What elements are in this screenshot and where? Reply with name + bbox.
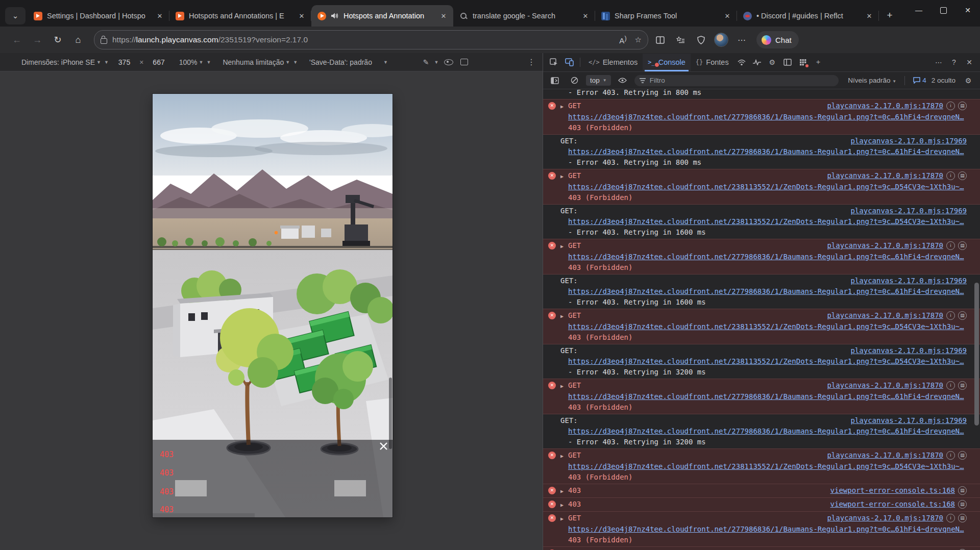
screenshot-icon[interactable] xyxy=(460,59,468,65)
request-url-link[interactable]: https://d3eo4j87nz4tee.cloudfront.net/27… xyxy=(568,147,964,156)
expand-triangle-icon[interactable]: ▶ xyxy=(560,381,568,391)
more-tabs-icon[interactable] xyxy=(796,56,810,69)
layout-panel-icon[interactable] xyxy=(781,56,794,69)
request-url-link[interactable]: https://d3eo4j87nz4tee.cloudfront.net/23… xyxy=(568,322,964,331)
issue-info-icon[interactable]: i xyxy=(946,102,955,110)
issue-badge-icon[interactable]: ▤ xyxy=(958,451,967,460)
window-close-button[interactable]: ✕ xyxy=(955,0,980,20)
read-aloud-icon[interactable]: A) xyxy=(619,35,626,45)
console-error-message[interactable]: ✕▶GETplaycanvas-2.17.0.mjs:17870i▤https:… xyxy=(543,511,980,547)
source-link[interactable]: playcanvas-2.17.0.mjs:17870 xyxy=(827,310,943,321)
console-error-message[interactable]: ✕▶403viewport-error-console.ts:168▤ xyxy=(543,546,980,550)
issue-badge-icon[interactable]: ▤ xyxy=(958,486,967,495)
issue-badge-icon[interactable]: ▤ xyxy=(958,514,967,522)
devtools-close-icon[interactable]: ✕ xyxy=(963,56,976,69)
expand-triangle-icon[interactable]: ▶ xyxy=(560,513,568,524)
console-error-message[interactable]: ✕▶GETplaycanvas-2.17.0.mjs:17870i▤https:… xyxy=(543,99,980,135)
home-icon[interactable]: ⌂ xyxy=(69,31,87,48)
expand-triangle-icon[interactable]: ▶ xyxy=(560,486,568,496)
scrollbar-thumb[interactable] xyxy=(974,283,979,426)
expand-triangle-icon[interactable]: ▶ xyxy=(560,171,568,182)
issue-info-icon[interactable]: i xyxy=(946,514,955,522)
request-url-link[interactable]: https://d3eo4j87nz4tee.cloudfront.net/27… xyxy=(568,253,964,261)
new-tab-button[interactable]: + xyxy=(881,7,898,24)
add-panel-icon[interactable]: ＋ xyxy=(812,56,825,69)
console-error-message[interactable]: ✕▶GETplaycanvas-2.17.0.mjs:17870i▤https:… xyxy=(543,169,980,205)
tab-sources[interactable]: {} Fontes xyxy=(691,54,734,71)
console-log-message[interactable]: GET:playcanvas-2.17.0.mjs:17969https://d… xyxy=(543,344,980,379)
console-error-message[interactable]: ✕▶GETplaycanvas-2.17.0.mjs:17870i▤https:… xyxy=(543,448,980,484)
expand-triangle-icon[interactable]: ▶ xyxy=(560,311,568,321)
source-link[interactable]: viewport-error-console.ts:168 xyxy=(830,548,955,550)
request-url-link[interactable]: https://d3eo4j87nz4tee.cloudfront.net/23… xyxy=(568,462,964,470)
device-width-input[interactable]: 375 xyxy=(118,58,130,66)
console-error-message[interactable]: ✕▶403viewport-error-console.ts:168▤ xyxy=(543,497,980,512)
request-url-link[interactable]: https://d3eo4j87nz4tee.cloudfront.net/23… xyxy=(568,357,964,365)
source-link[interactable]: viewport-error-console.ts:168 xyxy=(830,499,955,510)
console-log-message[interactable]: GET:playcanvas-2.17.0.mjs:17969https://d… xyxy=(543,135,980,169)
source-link[interactable]: playcanvas-2.17.0.mjs:17969 xyxy=(850,276,967,286)
issue-info-icon[interactable]: i xyxy=(946,451,955,460)
more-menu-icon[interactable]: ⋯ xyxy=(733,31,750,48)
source-link[interactable]: playcanvas-2.17.0.mjs:17969 xyxy=(850,206,967,216)
console-message-clipped[interactable]: - Error 403. Retrying in 800 ms xyxy=(543,89,980,99)
expand-triangle-icon[interactable]: ▶ xyxy=(560,241,568,252)
request-url-link[interactable]: https://d3eo4j87nz4tee.cloudfront.net/27… xyxy=(568,525,964,533)
log-levels-select[interactable]: Níveis padrão ▼ xyxy=(848,77,896,84)
eye-icon[interactable] xyxy=(444,59,453,65)
issue-badge-icon[interactable]: ▤ xyxy=(958,500,967,509)
console-log-message[interactable]: GET:playcanvas-2.17.0.mjs:17969https://d… xyxy=(543,205,980,239)
issue-info-icon[interactable]: i xyxy=(946,381,955,390)
url-input[interactable]: https://launch.playcanvas.com/2351519?ve… xyxy=(94,30,648,49)
collections-icon[interactable] xyxy=(672,31,689,48)
expand-triangle-icon[interactable]: ▶ xyxy=(560,499,568,510)
request-url-link[interactable]: https://d3eo4j87nz4tee.cloudfront.net/27… xyxy=(568,113,964,121)
device-toolbar-toggle-icon[interactable] xyxy=(562,56,576,69)
tab-audio-icon[interactable] xyxy=(331,12,339,19)
forward-icon[interactable]: → xyxy=(29,31,46,48)
console-scrollbar[interactable] xyxy=(974,89,979,550)
tab-sharp-frames[interactable]: Sharp Frames Tool ✕ xyxy=(595,5,737,27)
console-error-message[interactable]: ✕▶GETplaycanvas-2.17.0.mjs:17870i▤https:… xyxy=(543,239,980,274)
tab-close-icon[interactable]: ✕ xyxy=(154,10,165,21)
avatar[interactable] xyxy=(713,31,730,48)
console-error-message[interactable]: ✕▶GETplaycanvas-2.17.0.mjs:17870i▤https:… xyxy=(543,379,980,414)
tab-elements[interactable]: </> Elementos xyxy=(583,54,643,71)
devtools-more-icon[interactable]: ⋯ xyxy=(932,56,945,69)
kebab-menu-icon[interactable]: ⋮ xyxy=(527,57,535,67)
refresh-icon[interactable]: ↻ xyxy=(49,31,66,48)
tab-search-button[interactable]: ⌄ xyxy=(5,7,26,24)
zoom-select[interactable]: 100% xyxy=(179,58,198,66)
source-link[interactable]: playcanvas-2.17.0.mjs:17870 xyxy=(827,380,943,391)
lock-icon[interactable] xyxy=(101,38,107,44)
source-link[interactable]: playcanvas-2.17.0.mjs:17870 xyxy=(827,450,943,461)
minimize-button[interactable]: — xyxy=(906,0,931,20)
tab-close-icon[interactable]: ✕ xyxy=(580,10,591,21)
copilot-chat-button[interactable]: Chat xyxy=(756,31,799,48)
expand-triangle-icon[interactable]: ▶ xyxy=(560,451,568,461)
messages-count[interactable]: 4 xyxy=(913,77,926,84)
issue-badge-icon[interactable]: ▤ xyxy=(958,241,967,250)
issue-info-icon[interactable]: i xyxy=(946,171,955,180)
tab-close-icon[interactable]: ✕ xyxy=(438,10,449,21)
console-sidebar-toggle-icon[interactable] xyxy=(548,74,561,87)
back-icon[interactable]: ← xyxy=(8,31,26,48)
network-icon[interactable] xyxy=(735,56,748,69)
tab-discord[interactable]: • Discord | #guides | Reflct ✕ xyxy=(737,5,879,27)
tab-translate-search[interactable]: translate google - Search ✕ xyxy=(453,5,595,27)
request-url-link[interactable]: https://d3eo4j87nz4tee.cloudfront.net/27… xyxy=(568,392,964,401)
request-url-link[interactable]: https://d3eo4j87nz4tee.cloudfront.net/27… xyxy=(568,287,964,295)
page-vertical-scrollbar[interactable] xyxy=(389,378,392,449)
shield-icon[interactable] xyxy=(692,31,709,48)
console-log-message[interactable]: GET:playcanvas-2.17.0.mjs:17969https://d… xyxy=(543,414,980,449)
device-height-input[interactable]: 667 xyxy=(153,58,164,66)
request-url-link[interactable]: https://d3eo4j87nz4tee.cloudfront.net/23… xyxy=(568,183,964,191)
tab-hotspots-launch-active[interactable]: Hotspots and Annotation ✕ xyxy=(311,5,453,27)
edit-icon[interactable]: ✎ xyxy=(423,58,429,66)
issue-info-icon[interactable]: i xyxy=(946,311,955,320)
live-expression-eye-icon[interactable] xyxy=(616,74,629,87)
performance-icon[interactable] xyxy=(750,56,764,69)
source-link[interactable]: playcanvas-2.17.0.mjs:17870 xyxy=(827,101,943,111)
source-link[interactable]: viewport-error-console.ts:168 xyxy=(830,485,955,496)
issue-badge-icon[interactable]: ▤ xyxy=(958,102,967,110)
